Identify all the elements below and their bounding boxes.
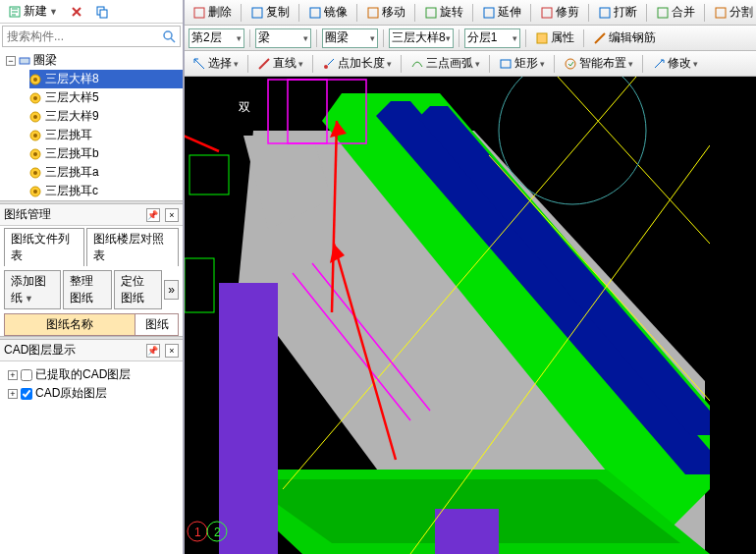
tb-复制[interactable]: 复制 — [246, 3, 294, 22]
svg-rect-24 — [252, 8, 262, 18]
svg-rect-26 — [368, 8, 378, 18]
selector-2[interactable]: 圈梁▾ — [322, 28, 378, 48]
chevron-down-icon: ▾ — [540, 59, 545, 69]
collapse-icon[interactable]: − — [6, 56, 16, 66]
tree-item[interactable]: 三层大样9 — [29, 107, 183, 126]
tool-icon — [714, 6, 728, 20]
tb-删除[interactable]: 删除 — [189, 3, 236, 22]
layer-checkbox[interactable] — [21, 369, 32, 381]
close-panel-button[interactable]: × — [165, 208, 179, 222]
tab-drawing-floor-map[interactable]: 图纸楼层对照表 — [86, 228, 179, 266]
draw-智能布置[interactable]: 智能布置▾ — [560, 54, 637, 73]
draw-三点画弧[interactable]: 三点画弧▾ — [406, 54, 484, 73]
chevron-down-icon: ▾ — [370, 33, 375, 43]
svg-rect-56 — [189, 155, 229, 194]
drawing-panel-title: 图纸管理 — [4, 206, 51, 223]
cad-layer-label: 已提取的CAD图层 — [35, 366, 131, 383]
tree-item[interactable]: 三层挑耳 — [29, 126, 183, 144]
svg-rect-4 — [20, 58, 29, 64]
cad-layer-panel-title: CAD图层显示 — [4, 342, 76, 359]
svg-rect-33 — [537, 33, 547, 43]
tab-drawing-list[interactable]: 图纸文件列表 — [4, 228, 84, 266]
draw-tool-icon — [410, 57, 424, 71]
new-button-label: 新建 — [24, 3, 47, 20]
tb-合并[interactable]: 合并 — [652, 3, 699, 22]
svg-rect-37 — [501, 60, 511, 68]
svg-point-8 — [33, 96, 37, 100]
chevron-down-icon: ▾ — [237, 33, 242, 43]
add-drawing-button[interactable]: 添加图纸▼ — [4, 270, 61, 309]
tree-item-label: 三层挑耳b — [45, 145, 99, 162]
search-button[interactable] — [158, 27, 180, 46]
viewport-3d[interactable]: 双 1 2 — [185, 77, 756, 554]
search-input[interactable] — [3, 27, 158, 46]
selector-1[interactable]: 梁▾ — [255, 28, 311, 48]
tb-修剪[interactable]: 修剪 — [536, 3, 583, 22]
selector-3[interactable]: 三层大样8▾ — [389, 28, 454, 48]
draw-修改[interactable]: 修改▾ — [648, 54, 702, 73]
draw-tool-icon — [192, 57, 206, 71]
viewport-text: 双 — [239, 100, 250, 114]
attributes-button[interactable]: 属性 — [531, 28, 578, 47]
component-icon — [29, 186, 41, 197]
tool-icon — [598, 6, 612, 20]
svg-rect-27 — [426, 8, 436, 18]
tool-icon — [250, 6, 264, 20]
selector-4[interactable]: 分层1▾ — [464, 28, 520, 48]
sort-drawing-button[interactable]: 整理图纸 — [63, 270, 112, 309]
tree-item[interactable]: 三层大样5 — [29, 88, 183, 107]
cad-layer-row[interactable]: +CAD原始图层 — [8, 384, 179, 403]
chevron-down-icon: ▼ — [25, 294, 33, 304]
delete-button[interactable] — [66, 4, 87, 20]
chevron-down-icon: ▾ — [628, 59, 633, 69]
svg-point-35 — [324, 65, 328, 69]
pin-button[interactable]: 📌 — [146, 344, 160, 358]
draw-tool-icon — [564, 57, 577, 71]
tb-移动[interactable]: 移动 — [362, 3, 409, 22]
draw-直线[interactable]: 直线▾ — [253, 54, 307, 73]
close-panel-button[interactable]: × — [165, 344, 179, 358]
tool-icon — [656, 6, 670, 20]
tb-延伸[interactable]: 延伸 — [478, 3, 525, 22]
svg-rect-30 — [600, 8, 610, 18]
chevron-down-icon: ▾ — [234, 59, 239, 69]
cad-layer-label: CAD原始图层 — [35, 385, 107, 402]
layer-checkbox[interactable] — [21, 388, 32, 400]
locate-drawing-button[interactable]: 定位图纸 — [114, 270, 163, 309]
svg-rect-31 — [658, 8, 668, 18]
tb-镜像[interactable]: 镜像 — [304, 3, 351, 22]
chevron-down-icon: ▾ — [513, 33, 517, 43]
tree-item[interactable]: 三层挑耳a — [29, 163, 183, 182]
component-tree[interactable]: − 圈梁 三层大样8三层大样5三层大样9三层挑耳三层挑耳b三层挑耳a三层挑耳c大… — [0, 49, 183, 200]
draw-tool-icon — [652, 57, 666, 71]
new-button[interactable]: 新建 ▼ — [4, 2, 62, 21]
tree-root[interactable]: − 圈梁 — [6, 51, 183, 70]
drawing-table-header: 图纸名称 图纸 — [4, 313, 179, 336]
tb-打断[interactable]: 打断 — [594, 3, 641, 22]
pin-button[interactable]: 📌 — [146, 208, 160, 222]
more-button[interactable]: » — [164, 280, 179, 300]
tree-item[interactable]: 三层大样8 — [29, 70, 183, 88]
cad-layer-row[interactable]: +已提取的CAD图层 — [8, 365, 179, 384]
tool-icon — [308, 6, 322, 20]
draw-点加长度[interactable]: 点加长度▾ — [318, 54, 396, 73]
svg-rect-57 — [185, 258, 214, 312]
chevron-down-icon: ▾ — [303, 33, 308, 43]
expand-icon[interactable]: + — [8, 370, 18, 380]
copy-button[interactable] — [91, 4, 113, 20]
tb-旋转[interactable]: 旋转 — [420, 3, 467, 22]
tree-item[interactable]: 三层挑耳c — [29, 182, 183, 200]
draw-选择[interactable]: 选择▾ — [189, 54, 243, 73]
tool-icon — [424, 6, 438, 20]
tree-item-label: 三层大样5 — [45, 89, 99, 106]
draw-tool-icon — [257, 57, 271, 71]
chevron-down-icon: ▾ — [387, 59, 392, 69]
expand-icon[interactable]: + — [8, 389, 18, 399]
tb-分割[interactable]: 分割 — [710, 3, 756, 22]
edit-rebar-button[interactable]: 编辑钢筋 — [589, 28, 660, 47]
selector-0[interactable]: 第2层▾ — [189, 28, 244, 48]
component-icon — [29, 74, 41, 85]
draw-tool-icon — [322, 57, 336, 71]
tree-item[interactable]: 三层挑耳b — [29, 144, 183, 163]
draw-矩形[interactable]: 矩形▾ — [495, 54, 549, 73]
